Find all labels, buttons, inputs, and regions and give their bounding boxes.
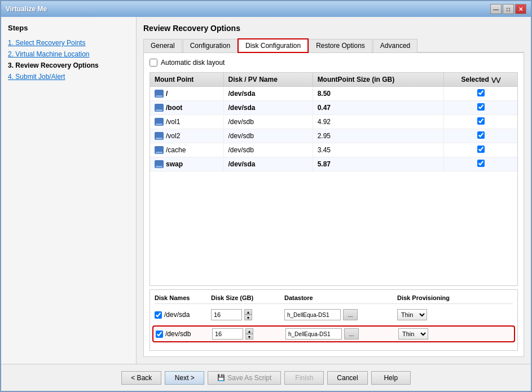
cell-disk-pv: /dev/sdb	[223, 129, 313, 143]
minimize-button[interactable]: —	[490, 4, 502, 14]
disk-size-input[interactable]	[211, 309, 242, 320]
title-bar: Virtualize Me — □ ✕	[1, 1, 531, 17]
auto-disk-layout-checkbox[interactable]	[150, 59, 157, 67]
selected-checkbox[interactable]	[477, 160, 485, 167]
cell-selected	[444, 129, 517, 143]
cell-size: 4.92	[313, 115, 444, 129]
help-button[interactable]: Help	[371, 371, 411, 385]
selected-checkbox[interactable]	[477, 131, 485, 139]
bottom-panel-headers: Disk Names Disk Size (GB) Datastore Disk…	[155, 294, 513, 304]
header-datastore: Datastore	[284, 294, 397, 301]
mount-point-text: /cache	[166, 146, 186, 154]
sidebar-item-step4[interactable]: 4. Submit Job/Alert	[8, 73, 129, 81]
disk-pv-text: /dev/sdb	[228, 118, 254, 126]
selected-checkbox[interactable]	[477, 117, 485, 125]
tab-configuration[interactable]: Configuration	[183, 39, 238, 52]
size-text: 5.87	[318, 160, 331, 168]
collapse-icon[interactable]: ⋁⋁	[491, 77, 500, 83]
disk-row: /dev/sda▲▼...ThinThick	[155, 307, 513, 322]
disk-icon	[155, 132, 164, 140]
datastore-cell: ...	[284, 309, 397, 320]
provisioning-cell: ThinThick	[398, 328, 483, 340]
disk-icon	[155, 160, 164, 168]
tab-restore-options[interactable]: Restore Options	[309, 39, 372, 52]
cancel-button[interactable]: Cancel	[327, 371, 367, 385]
selected-checkbox[interactable]	[477, 103, 485, 111]
selected-checkbox[interactable]	[477, 146, 485, 153]
table-row: /vol1/dev/sdb4.92	[150, 115, 517, 129]
content-area: Review Recovery Options General Configur…	[137, 17, 531, 364]
header-disk-provisioning: Disk Provisioning	[397, 294, 482, 301]
size-text: 0.47	[318, 104, 331, 112]
size-text: 8.50	[318, 90, 331, 98]
disk-pv-text: /dev/sdb	[228, 132, 254, 140]
sidebar-item-step1[interactable]: 1. Select Recovery Points	[8, 39, 129, 47]
bottom-disk-panel: Disk Names Disk Size (GB) Datastore Disk…	[150, 289, 518, 351]
tabs-bar: General Configuration Disk Configuration…	[143, 38, 524, 52]
cell-selected	[444, 115, 517, 129]
provisioning-select[interactable]: ThinThick	[397, 309, 427, 320]
sidebar-item-step2[interactable]: 2. Virtual Machine Location	[8, 50, 129, 58]
disk-name-label: /dev/sdb	[165, 330, 191, 338]
datastore-input[interactable]	[284, 309, 341, 320]
datastore-browse-button[interactable]: ...	[343, 309, 358, 320]
size-text: 2.95	[318, 132, 331, 140]
disk-size-spinner[interactable]: ▲▼	[245, 328, 253, 340]
disk-name-cell: /dev/sdb	[156, 330, 212, 338]
auto-disk-layout-label: Automatic disk layout	[161, 59, 225, 67]
section-title: Review Recovery Options	[143, 24, 524, 33]
cell-disk-pv: /dev/sda	[223, 101, 313, 115]
disk-icon	[155, 90, 164, 98]
cell-size: 0.47	[313, 101, 444, 115]
disk-pv-text: /dev/sdb	[228, 146, 254, 154]
spin-up-button[interactable]: ▲	[244, 309, 252, 315]
cell-selected	[444, 87, 517, 101]
spin-up-button[interactable]: ▲	[245, 328, 253, 334]
cell-selected	[444, 157, 517, 171]
provisioning-select[interactable]: ThinThick	[398, 328, 428, 340]
finish-button[interactable]: Finish	[284, 371, 324, 385]
table-wrapper[interactable]: Mount Point Disk / PV Name MountPoint Si…	[150, 73, 517, 285]
datastore-input[interactable]	[285, 328, 342, 340]
cell-size: 3.45	[313, 143, 444, 157]
tab-disk-configuration[interactable]: Disk Configuration	[238, 39, 308, 52]
spin-down-button[interactable]: ▼	[244, 315, 252, 320]
disk-size-spinner[interactable]: ▲▼	[244, 309, 252, 320]
footer: < Back Next > 💾 Save As Script Finish Ca…	[1, 364, 531, 391]
disk-size-input[interactable]	[212, 328, 243, 340]
cell-selected	[444, 143, 517, 157]
next-button[interactable]: Next >	[165, 371, 204, 385]
maximize-button[interactable]: □	[503, 4, 514, 14]
col-header-mount-point: Mount Point	[150, 73, 223, 87]
disk-size-cell: ▲▼	[212, 328, 285, 340]
back-button[interactable]: < Back	[121, 371, 161, 385]
size-text: 4.92	[318, 118, 331, 126]
selected-checkbox[interactable]	[477, 89, 485, 96]
close-button[interactable]: ✕	[515, 4, 526, 14]
cell-mount-point: /vol1	[150, 115, 223, 129]
header-disk-size: Disk Size (GB)	[211, 294, 284, 301]
datastore-browse-button[interactable]: ...	[344, 328, 359, 340]
mount-point-text: swap	[166, 160, 183, 168]
mount-point-text: /vol1	[166, 118, 180, 126]
disk-checkbox[interactable]	[156, 331, 163, 338]
col-header-disk-pv: Disk / PV Name	[223, 73, 313, 87]
cell-selected	[444, 101, 517, 115]
cell-mount-point: /	[150, 87, 223, 101]
main-content: Steps 1. Select Recovery Points 2. Virtu…	[1, 17, 531, 364]
cell-mount-point: /boot	[150, 101, 223, 115]
cell-mount-point: /cache	[150, 143, 223, 157]
spin-down-button[interactable]: ▼	[245, 334, 253, 340]
main-window: Virtualize Me — □ ✕ Steps 1. Select Reco…	[0, 0, 532, 392]
sidebar-title: Steps	[8, 24, 129, 32]
cell-size: 5.87	[313, 157, 444, 171]
tab-general[interactable]: General	[143, 39, 182, 52]
mount-point-table-container: Mount Point Disk / PV Name MountPoint Si…	[150, 72, 518, 286]
save-as-script-button[interactable]: 💾 Save As Script	[208, 371, 281, 385]
disk-checkbox[interactable]	[155, 311, 162, 319]
tab-advanced[interactable]: Advanced	[373, 39, 417, 52]
cell-disk-pv: /dev/sdb	[223, 143, 313, 157]
cell-mount-point: swap	[150, 157, 223, 171]
header-disk-names: Disk Names	[155, 294, 211, 301]
table-row: //dev/sda8.50	[150, 87, 517, 101]
